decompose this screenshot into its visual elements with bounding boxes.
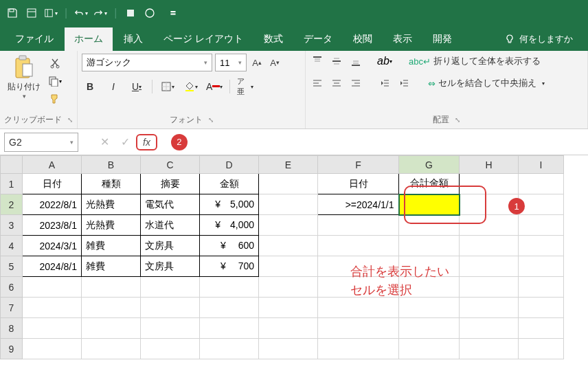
paste-label[interactable]: 貼り付け (8, 81, 41, 93)
font-launcher-icon[interactable]: ⤡ (208, 116, 214, 124)
insert-function-button[interactable]: fx (136, 134, 157, 150)
tab-data[interactable]: データ (294, 27, 342, 51)
enter-icon[interactable]: ✓ (115, 133, 135, 152)
cell[interactable] (460, 339, 519, 359)
font-name-select[interactable]: 游ゴシック▾ (82, 54, 212, 71)
cell[interactable]: 光熱費 (82, 194, 141, 215)
cell[interactable]: 日付 (318, 174, 399, 194)
cell[interactable] (460, 174, 519, 194)
copy-button[interactable]: ▾ (47, 74, 63, 88)
row-header[interactable]: 9 (1, 339, 23, 359)
cell[interactable] (519, 318, 564, 339)
cell[interactable]: ¥ 700 (200, 256, 259, 277)
qat-icon[interactable]: ▾ (44, 6, 58, 20)
cell[interactable]: 2024/8/1 (23, 256, 82, 277)
cell[interactable] (23, 298, 82, 318)
cell[interactable] (318, 318, 399, 339)
cell[interactable] (23, 318, 82, 339)
cell[interactable]: 日付 (23, 174, 82, 194)
row-header[interactable]: 4 (1, 236, 23, 256)
cell[interactable]: ¥ 5,000 (200, 194, 259, 215)
align-bottom-icon[interactable] (348, 54, 363, 69)
selected-cell[interactable] (399, 194, 460, 215)
cell[interactable] (460, 256, 519, 277)
col-header[interactable]: H (460, 156, 519, 174)
font-size-select[interactable]: 11▾ (215, 54, 247, 71)
cell[interactable] (399, 318, 460, 339)
row-header[interactable]: 1 (1, 174, 23, 194)
cell[interactable] (519, 194, 564, 215)
undo-icon[interactable]: ▾ (74, 6, 88, 20)
cell[interactable]: >=2024/1/1 (318, 194, 399, 215)
row-header[interactable]: 6 (1, 277, 23, 298)
cell[interactable]: 文房具 (141, 236, 200, 256)
cell[interactable]: ¥ 4,000 (200, 215, 259, 236)
tab-view[interactable]: 表示 (383, 27, 422, 51)
cell[interactable] (200, 318, 259, 339)
cancel-icon[interactable]: ✕ (95, 133, 114, 152)
cell[interactable] (82, 298, 141, 318)
cell[interactable] (259, 256, 318, 277)
cell[interactable]: 光熱費 (82, 215, 141, 236)
bold-button[interactable]: B (82, 78, 98, 95)
cell[interactable] (141, 277, 200, 298)
tab-developer[interactable]: 開発 (423, 27, 462, 51)
cell[interactable] (200, 339, 259, 359)
col-header[interactable]: D (200, 156, 259, 174)
merge-center-button[interactable]: ⇔セルを結合して中央揃え▾ (428, 77, 545, 89)
cell[interactable] (460, 318, 519, 339)
cell[interactable] (519, 236, 564, 256)
decrease-indent-icon[interactable] (377, 76, 392, 91)
cell[interactable] (259, 236, 318, 256)
underline-button[interactable]: U ▾ (128, 78, 145, 95)
tab-review[interactable]: 校閲 (343, 27, 382, 51)
cell[interactable] (200, 298, 259, 318)
cell[interactable] (460, 236, 519, 256)
worksheet-grid[interactable]: A B C D E F G H I 1 日付 種類 摘要 金額 日付 合計金額 … (0, 155, 588, 359)
format-painter-button[interactable] (47, 92, 63, 106)
cell[interactable] (259, 215, 318, 236)
row-header[interactable]: 3 (1, 215, 23, 236)
cell[interactable] (259, 194, 318, 215)
orientation-icon[interactable]: ab▾ (377, 54, 392, 69)
cut-button[interactable] (47, 56, 63, 70)
cell[interactable] (519, 174, 564, 194)
cell[interactable]: 水道代 (141, 215, 200, 236)
increase-font-icon[interactable]: A▴ (249, 55, 264, 70)
col-header[interactable]: B (82, 156, 141, 174)
cell[interactable] (200, 277, 259, 298)
cell[interactable] (259, 339, 318, 359)
cell[interactable]: 2023/8/1 (23, 215, 82, 236)
align-left-icon[interactable] (310, 76, 325, 91)
col-header[interactable]: C (141, 156, 200, 174)
cell[interactable] (82, 318, 141, 339)
tab-page-layout[interactable]: ページ レイアウト (154, 27, 253, 51)
cell[interactable] (259, 174, 318, 194)
font-color-button[interactable]: A▾ (206, 78, 223, 95)
fill-color-button[interactable]: ▾ (183, 78, 199, 95)
increase-indent-icon[interactable] (396, 76, 411, 91)
cell[interactable] (318, 339, 399, 359)
decrease-font-icon[interactable]: A▾ (267, 55, 282, 70)
cell[interactable] (399, 298, 460, 318)
tab-file[interactable]: ファイル (5, 27, 63, 51)
tell-me[interactable]: 何をしますか (495, 27, 583, 51)
cell[interactable]: ¥ 600 (200, 236, 259, 256)
tab-insert[interactable]: 挿入 (114, 27, 152, 51)
qat-icon[interactable] (25, 6, 38, 20)
border-button[interactable]: ▾ (159, 78, 176, 95)
cell[interactable]: 文房具 (141, 256, 200, 277)
cell[interactable] (259, 298, 318, 318)
align-center-icon[interactable] (329, 76, 344, 91)
italic-button[interactable]: I (105, 78, 122, 95)
cell[interactable] (460, 298, 519, 318)
customize-qat-icon[interactable]: 〓 (166, 6, 180, 20)
paste-dropdown-icon[interactable]: ▾ (23, 93, 26, 100)
paste-button[interactable] (12, 54, 36, 81)
cell[interactable]: 種類 (82, 174, 141, 194)
name-box[interactable]: G2▾ (4, 133, 78, 152)
cell[interactable] (259, 277, 318, 298)
row-header[interactable]: 7 (1, 298, 23, 318)
select-all-corner[interactable] (1, 156, 23, 174)
cell[interactable]: 雑費 (82, 256, 141, 277)
